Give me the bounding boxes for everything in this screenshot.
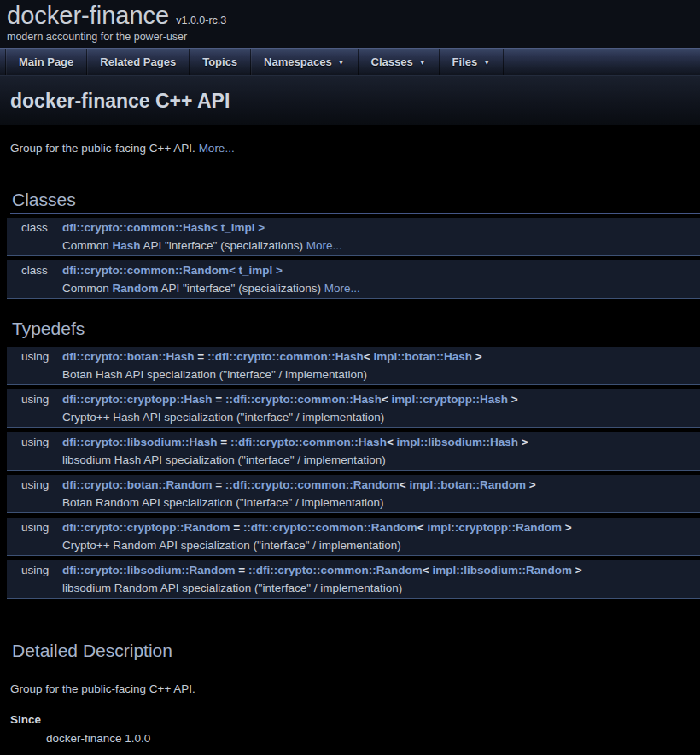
contents: Group for the public-facing C++ API. Mor… — [0, 141, 700, 754]
typedef-description-row: Botan Random API specialization ("interf… — [7, 494, 700, 512]
typedef-alias-link[interactable]: dfi::crypto::cryptopp::Hash — [62, 393, 213, 406]
typedef-entry: using dfi::crypto::cryptopp::Random = ::… — [7, 518, 700, 556]
page-title: docker-finance C++ API — [10, 90, 700, 113]
typedef-target-link[interactable]: ::dfi::crypto::common::Random — [225, 478, 400, 491]
angle-close: > — [562, 521, 572, 534]
desc-text: libsodium Hash API specialization ("inte… — [62, 453, 695, 467]
typedef-declaration-row: using dfi::crypto::botan::Hash = ::dfi::… — [7, 347, 700, 366]
typedef-target-link[interactable]: ::dfi::crypto::common::Hash — [230, 436, 387, 448]
desc-text: API "interface" (specializations) — [159, 282, 324, 295]
typedef-declaration-row: using dfi::crypto::cryptopp::Hash = ::df… — [7, 389, 700, 408]
desc-text: Common — [62, 239, 113, 252]
class-description-row: Common Hash API "interface" (specializat… — [7, 237, 700, 255]
nav-tab-namespaces[interactable]: Namespaces▼ — [251, 49, 358, 75]
class-link[interactable]: dfi::crypto::common::Random< t_impl > — [62, 264, 283, 277]
typedef-target-link[interactable]: ::dfi::crypto::common::Random — [243, 521, 417, 534]
page-header: docker-finance C++ API — [0, 75, 700, 125]
class-link[interactable]: Hash — [113, 239, 141, 252]
desc-text: API "interface" (specializations) — [141, 239, 306, 252]
angle-open: < — [382, 393, 392, 406]
angle-close: > — [508, 393, 518, 406]
desc-text: Common — [62, 282, 113, 295]
nav-tab-main-page[interactable]: Main Page — [5, 49, 87, 75]
keyword: using — [7, 563, 62, 577]
equals-sign: = — [235, 564, 248, 576]
keyword: class — [7, 263, 62, 278]
chevron-down-icon: ▼ — [483, 59, 490, 67]
typedef-alias-link[interactable]: dfi::crypto::libsodium::Random — [62, 564, 235, 576]
nav-tab-label: Classes — [371, 56, 413, 68]
since-block: Since docker-finance 1.0.0 — [10, 712, 700, 746]
typedef-entry: using dfi::crypto::libsodium::Hash = ::d… — [7, 432, 700, 471]
typedef-target-link[interactable]: ::dfi::crypto::common::Hash — [225, 393, 382, 406]
angle-close: > — [572, 564, 582, 576]
typedefs-table: using dfi::crypto::botan::Hash = ::dfi::… — [7, 347, 700, 599]
typedef-description-row: Crypto++ Random API specialization ("int… — [7, 536, 700, 555]
nav-tab-classes[interactable]: Classes▼ — [359, 49, 440, 75]
more-link[interactable]: More... — [324, 282, 360, 295]
project-version: v1.0.0-rc.3 — [176, 15, 226, 26]
keyword: using — [7, 349, 62, 364]
class-declaration-row: class dfi::crypto::common::Hash< t_impl … — [7, 218, 700, 237]
keyword: class — [7, 220, 62, 235]
typedef-target-link[interactable]: ::dfi::crypto::common::Random — [248, 564, 423, 576]
typedef-alias-link[interactable]: dfi::crypto::botan::Random — [62, 478, 212, 491]
keyword: using — [7, 520, 62, 535]
main-nav: Main Page Related Pages Topics Namespace… — [0, 48, 700, 75]
chevron-down-icon: ▼ — [419, 59, 426, 67]
keyword: using — [7, 392, 62, 407]
equals-sign: = — [194, 350, 207, 363]
equals-sign: = — [230, 521, 242, 534]
typedef-param-link[interactable]: impl::botan::Hash — [374, 350, 473, 363]
desc-text: Botan Hash API specialization ("interfac… — [62, 367, 695, 382]
typedef-alias-link[interactable]: dfi::crypto::cryptopp::Random — [62, 521, 230, 534]
section-heading-detailed-description: Detailed Description — [10, 640, 700, 664]
nav-tab-label: Topics — [202, 56, 237, 68]
title-area: docker-financev1.0.0-rc.3 — [7, 2, 700, 29]
nav-tab-label: Namespaces — [264, 56, 332, 68]
typedef-entry: using dfi::crypto::libsodium::Random = :… — [7, 560, 700, 599]
typedef-target-link[interactable]: ::dfi::crypto::common::Hash — [207, 350, 364, 363]
typedef-alias-link[interactable]: dfi::crypto::libsodium::Hash — [62, 436, 218, 448]
angle-open: < — [364, 350, 374, 363]
more-link[interactable]: More... — [306, 239, 342, 252]
angle-close: > — [526, 478, 536, 491]
typedef-param-link[interactable]: impl::libsodium::Hash — [397, 436, 519, 448]
class-description-row: Common Random API "interface" (specializ… — [7, 279, 700, 298]
desc-text: Crypto++ Random API specialization ("int… — [62, 538, 695, 553]
angle-open: < — [387, 436, 397, 448]
classes-table: class dfi::crypto::common::Hash< t_impl … — [7, 218, 700, 299]
typedef-entry: using dfi::crypto::botan::Hash = ::dfi::… — [7, 347, 700, 385]
since-value: docker-finance 1.0.0 — [46, 731, 700, 746]
project-brief: modern accounting for the power-user — [7, 31, 700, 43]
typedef-param-link[interactable]: impl::cryptopp::Random — [428, 521, 563, 534]
typedef-entry: using dfi::crypto::cryptopp::Hash = ::df… — [7, 389, 700, 428]
typedef-description-row: Botan Hash API specialization ("interfac… — [7, 366, 700, 384]
nav-tab-label: Files — [452, 56, 478, 68]
more-link[interactable]: More... — [199, 142, 235, 155]
typedef-declaration-row: using dfi::crypto::libsodium::Random = :… — [7, 560, 700, 579]
keyword: using — [7, 477, 62, 492]
typedef-declaration-row: using dfi::crypto::botan::Random = ::dfi… — [7, 475, 700, 494]
typedef-description-row: Crypto++ Hash API specialization ("inter… — [7, 408, 700, 427]
group-summary: Group for the public-facing C++ API. Mor… — [10, 141, 700, 155]
angle-open: < — [417, 521, 428, 534]
since-label: Since — [10, 712, 700, 727]
nav-tab-files[interactable]: Files▼ — [440, 49, 505, 75]
typedef-entry: using dfi::crypto::botan::Random = ::dfi… — [7, 475, 700, 513]
typedef-alias-link[interactable]: dfi::crypto::botan::Hash — [62, 350, 194, 363]
typedef-param-link[interactable]: impl::libsodium::Random — [433, 564, 572, 576]
nav-tab-related-pages[interactable]: Related Pages — [87, 49, 190, 75]
nav-tab-topics[interactable]: Topics — [190, 49, 251, 75]
class-declaration-row: class dfi::crypto::common::Random< t_imp… — [7, 260, 700, 279]
class-entry: class dfi::crypto::common::Random< t_imp… — [7, 260, 700, 299]
class-link[interactable]: Random — [113, 282, 159, 295]
desc-text: Botan Random API specialization ("interf… — [62, 495, 695, 510]
section-heading-typedefs: Typedefs — [10, 318, 700, 342]
angle-open: < — [400, 478, 410, 491]
typedef-param-link[interactable]: impl::cryptopp::Hash — [392, 393, 509, 406]
equals-sign: = — [218, 436, 230, 448]
class-link[interactable]: dfi::crypto::common::Hash< t_impl > — [62, 221, 265, 234]
typedef-param-link[interactable]: impl::botan::Random — [409, 478, 525, 491]
typedef-declaration-row: using dfi::crypto::libsodium::Hash = ::d… — [7, 432, 700, 451]
